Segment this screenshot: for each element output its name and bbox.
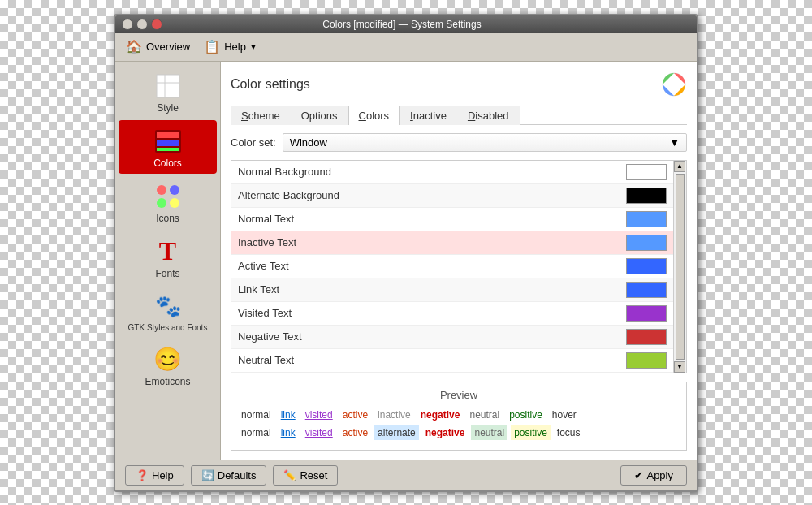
titlebar: Colors [modified] — System Settings [115,15,697,33]
color-set-dropdown[interactable]: Window ▼ [283,133,687,152]
colors-icon [152,125,184,158]
sidebar-item-icons[interactable]: Icons [119,175,217,229]
sidebar-item-gtk[interactable]: 🐾 GTK Styles and Fonts [119,286,217,337]
normal-text-swatch[interactable] [626,211,667,227]
visited-text-label: Visited Text [238,307,292,319]
preview-active-1: active [339,408,371,422]
preview-section: Preview normal link visited active inact… [231,382,687,451]
color-row-negative-text: Negative Text [231,326,673,349]
titlebar-left [122,19,162,30]
active-text-label: Active Text [238,260,289,272]
preview-negative-1: negative [417,408,464,422]
preview-positive-2: positive [511,425,551,440]
reset-button[interactable]: ✏️ Reset [273,465,338,486]
preview-focus-2: focus [554,425,584,440]
color-row-active-text: Active Text [231,255,673,278]
help-menu-item[interactable]: 📋 Help ▼ [200,37,261,58]
color-row-alt-bg: Alternate Background [231,184,673,208]
tab-disabled[interactable]: Disabled [457,106,520,125]
scrollbar[interactable]: ▲ ▼ [674,160,687,373]
color-list-container: Normal Background Alternate Background N… [231,160,687,373]
apply-button[interactable]: ✔ Apply [620,465,687,486]
preview-row-1: normal link visited active inactive nega… [238,408,680,422]
icons-icon [152,180,184,213]
preview-row-2: normal link visited active alternate neg… [238,425,680,440]
svg-rect-6 [157,148,179,151]
visited-text-swatch[interactable] [626,305,667,322]
sidebar-item-colors[interactable]: Colors [119,120,217,174]
preview-visited-2[interactable]: visited [302,425,336,440]
tab-options[interactable]: Options [291,106,348,125]
bottom-left-buttons: ❓ Help 🔄 Defaults ✏️ Reset [125,465,338,486]
tab-scheme-label: Scheme [241,110,280,122]
svg-point-8 [170,185,179,195]
color-row-normal-text: Normal Text [231,208,673,231]
sidebar-item-emoticons[interactable]: 😊 Emoticons [119,339,217,392]
preview-neutral-1: neutral [466,408,503,422]
color-set-row: Color set: Window ▼ [231,133,687,152]
reset-btn-label: Reset [300,469,327,481]
negative-text-swatch[interactable] [626,329,667,345]
normal-bg-label: Normal Background [238,166,331,178]
help-label: Help [224,41,246,53]
emoticons-icon: 😊 [152,343,184,376]
svg-rect-5 [157,140,179,146]
style-icon [152,70,184,102]
overview-label: Overview [146,41,190,53]
close-button[interactable] [151,19,162,30]
sidebar-item-style[interactable]: Style [119,65,217,119]
preview-link-2[interactable]: link [278,425,299,440]
preview-normal-2: normal [238,425,274,440]
scroll-down-button[interactable]: ▼ [674,361,685,373]
main-window: Colors [modified] — System Settings 🏠 Ov… [114,14,698,492]
main-header: Color settings [231,71,687,97]
tab-scheme[interactable]: Scheme [231,106,291,125]
help-button[interactable]: ❓ Help [125,465,184,486]
main-panel: Color settings Scheme [221,62,697,460]
defaults-btn-label: Defaults [218,469,257,481]
svg-point-9 [157,198,166,208]
color-row-neutral-text: Neutral Text [231,349,673,373]
preview-positive-1: positive [506,408,546,422]
link-text-label: Link Text [238,283,279,296]
tab-inactive[interactable]: Inactive [400,106,457,125]
menubar: 🏠 Overview 📋 Help ▼ [115,33,697,62]
tab-inactive-label: Inactive [410,110,447,122]
negative-text-label: Negative Text [238,330,302,343]
alt-bg-swatch[interactable] [626,188,667,204]
color-row-normal-bg: Normal Background [231,161,673,184]
sidebar-gtk-label: GTK Styles and Fonts [128,323,208,332]
link-text-swatch[interactable] [626,282,667,298]
sidebar-icons-label: Icons [156,213,179,224]
scroll-up-button[interactable]: ▲ [674,161,685,172]
tab-colors[interactable]: Colors [348,106,400,125]
alt-bg-label: Alternate Background [238,189,339,201]
content-area: Style Colors [115,62,697,460]
svg-point-12 [669,80,679,89]
color-set-value: Window [290,136,327,149]
normal-text-label: Normal Text [238,213,294,225]
normal-bg-swatch[interactable] [626,164,667,180]
color-row-inactive-text: Inactive Text [231,231,673,255]
overview-menu-item[interactable]: 🏠 Overview [122,37,193,58]
scroll-thumb[interactable] [676,174,685,360]
inactive-text-swatch[interactable] [626,235,667,251]
defaults-button[interactable]: 🔄 Defaults [191,465,267,486]
sidebar-item-fonts[interactable]: T Fonts [119,231,217,284]
preview-inactive-1: inactive [374,408,414,422]
tab-colors-label: Colors [359,110,390,122]
gtk-icon: 🐾 [152,291,184,323]
preview-normal-1: normal [238,408,274,422]
sidebar-fonts-label: Fonts [155,268,179,279]
maximize-button[interactable] [136,19,148,30]
preview-visited-1[interactable]: visited [302,408,336,422]
preview-link-1[interactable]: link [278,408,299,422]
neutral-text-swatch[interactable] [626,352,667,369]
dropdown-arrow-icon: ▼ [669,136,680,149]
minimize-button[interactable] [122,19,133,30]
window-title: Colors [modified] — System Settings [162,19,641,30]
active-text-swatch[interactable] [626,258,667,274]
svg-rect-4 [157,132,179,138]
sidebar: Style Colors [115,62,221,460]
sidebar-colors-label: Colors [153,158,182,169]
